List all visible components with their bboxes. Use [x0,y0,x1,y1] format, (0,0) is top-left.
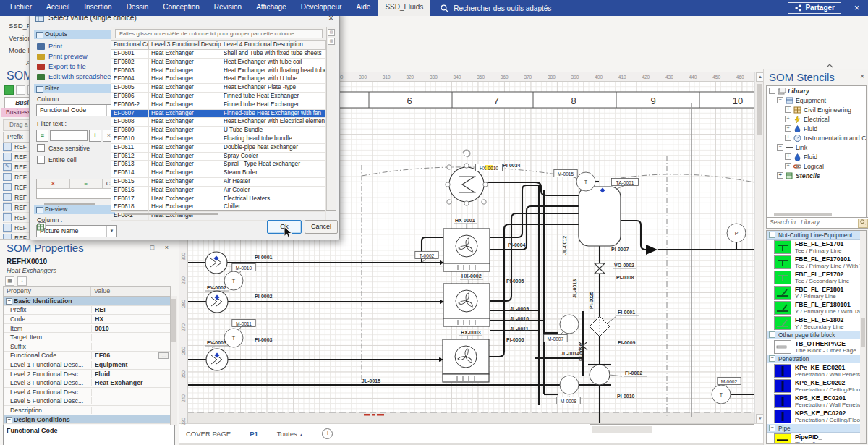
value-column-header[interactable]: Value [91,287,113,296]
table-row[interactable]: EF0613Heat ExchangerSpiral - Type Heat e… [111,161,326,169]
filter-table-column-1[interactable]: ≡ [70,179,103,188]
page-tab-cover-page[interactable]: COVER PAGE [186,430,231,438]
selection-handle[interactable] [447,200,451,204]
pipe-label[interactable]: PI-0009 [618,340,636,345]
property-section-header[interactable]: −Design Conditions [4,415,170,425]
valve-vo-0002[interactable] [595,263,605,274]
case-sensitive-checkbox[interactable]: Case sensitive [37,144,90,152]
ribbon-tab-ssd_fluids[interactable]: SSD_Fluids [378,0,430,16]
ribbon-tab-insertion[interactable]: Insertion [77,0,119,16]
sort-az-icon[interactable]: ↓ [17,276,27,286]
property-row[interactable]: Functional CodeEF06... [4,352,170,361]
pipe-label[interactable]: HX-0001 [455,218,475,223]
pipe-label[interactable]: PI-0026 [579,343,584,361]
stencil-item[interactable]: TB_OTHERPAGETitle Block - Other Page [767,339,866,355]
table-row[interactable]: EF0609Heat ExchangerU Tube Bundle [111,127,326,135]
table-row[interactable]: EF0608Heat ExchangerHeat Exchanger with … [111,118,326,127]
output-edit-with-spreadsheet-link[interactable]: Edit with spreadsheet [37,72,113,82]
pipe-label[interactable]: PI-0003 [255,337,273,342]
output-export-to-file-link[interactable]: Export to file [37,62,86,72]
table-row[interactable]: EF0616Heat ExchangerAir Cooler [111,187,326,195]
property-row[interactable]: Level 4 Functional Desc... [4,388,170,397]
pipe-label[interactable]: PI-0001 [255,255,273,260]
tree-item-library[interactable]: −Library [767,86,866,96]
pipe-label[interactable]: JL-0013 [572,279,577,298]
selection-handle[interactable] [464,164,469,168]
pipe-label[interactable]: JL-0009 [510,306,529,311]
som-tool-icon-1[interactable] [16,85,25,95]
outputs-section-header[interactable]: Outputs [34,30,115,39]
stencil-search-icon[interactable] [858,219,868,228]
ribbon-tab-fichier[interactable]: Fichier [3,0,39,16]
selection-handle[interactable] [446,182,450,187]
properties-scrollbar[interactable] [171,296,177,426]
ribbon-tab-révision[interactable]: Révision [207,0,249,16]
tree-horizontal-scrollbar[interactable] [774,213,832,216]
table-row[interactable]: EF0605Heat ExchangerHeat Exchanger Plate… [111,84,326,93]
stencil-group-penetration[interactable]: −Penetration [767,355,866,363]
selection-handle[interactable] [483,182,488,187]
property-row[interactable]: Level 5 Functional Desc... [4,397,170,407]
pipe-label[interactable]: PI-0006 [506,337,524,342]
tree-item-instrumentation-and-control[interactable]: +Instrumentation and Control [767,133,866,143]
pipe-label[interactable]: PI-0004 [508,242,526,247]
stencil-item[interactable]: KPe_KE_EC0201Penetration / Wall Penetrat… [767,363,866,378]
pipe-label[interactable]: JL-0015 [362,378,380,383]
stencil-item[interactable]: FBE_FL_EF1701Tee / Primary Line [767,240,866,255]
table-row[interactable]: EF0604Heat ExchangerHeat Exchanger with … [111,75,326,84]
table-row[interactable]: EF0610Heat ExchangerFloating head tube b… [111,135,326,144]
stencil-item[interactable]: FBE_FL_EF1802Y / Secondary Line [767,315,866,331]
tree-expand-icon[interactable]: − [777,97,783,103]
horizontal-scroll-thumb[interactable] [592,426,652,433]
tree-expand-icon[interactable]: − [777,144,783,151]
output-print-preview-link[interactable]: Print preview [37,51,88,62]
categorize-icon[interactable]: ▦ [5,276,14,286]
filter-section-header[interactable]: Filter [34,84,115,93]
vertical-scroll-thumb[interactable] [757,84,762,135]
group-collapse-icon[interactable]: − [769,331,775,338]
ribbon-tab-dessin[interactable]: Dessin [119,0,156,16]
stencil-group-pipe[interactable]: −Pipe [767,424,866,433]
stencil-item[interactable]: KPe_KE_EC0202Penetration / Ceiling/Floor… [767,378,866,394]
selection-handle[interactable] [447,165,451,169]
table-row[interactable]: EF0606-2Heat ExchangerFinned tube Heat E… [111,101,326,110]
grid-tool-icon-2[interactable]: ▥ [328,38,335,45]
table-row[interactable]: EF0601Heat ExchangerShell and Tube with … [111,50,326,59]
canvas-horizontal-scrollbar[interactable] [590,424,754,436]
ribbon-tab-développeur[interactable]: Développeur [294,0,349,16]
ribbon-tab-accueil[interactable]: Accueil [39,0,77,16]
checkbox-icon[interactable] [37,144,45,152]
pipe-label[interactable]: PI-0034 [503,163,521,168]
tree-expand-icon[interactable]: + [785,106,791,113]
collapse-icon[interactable]: − [6,417,12,423]
add-page-button[interactable]: + [322,428,333,439]
pipe-label[interactable]: JL-0014 [561,351,579,356]
selection-handle[interactable] [464,201,469,205]
instrument-bubble[interactable] [560,376,579,394]
table-row[interactable]: EF0612Heat ExchangerSpray Cooler [111,153,326,161]
output-print-link[interactable]: Print [37,41,62,51]
window-close-button[interactable]: × [851,3,862,13]
stencil-item[interactable]: FBE_FL_EF170101Tee / Primary Line / With… [767,255,866,270]
tree-expand-icon[interactable]: + [785,163,791,169]
grid-tool-icon-1[interactable]: ▤ [328,29,335,36]
group-collapse-icon[interactable]: − [769,425,775,431]
property-row[interactable]: PrefixREF [4,306,170,315]
entire-cell-checkbox[interactable]: Entire cell [37,156,77,164]
table-row[interactable]: EF0618Heat ExchangerChiller [111,203,326,212]
som-properties-window-buttons[interactable]: □ × [150,244,173,251]
filter-equals-button[interactable]: ≡ [36,130,48,142]
tree-item-electrical[interactable]: +Electrical [767,114,866,124]
pipe-label[interactable]: VO-0002 [614,263,634,268]
som-refresh-icon[interactable] [4,85,14,95]
tree-expand-icon[interactable]: + [785,135,791,141]
table-row[interactable]: EF0606Heat ExchangerFinned tube Heat Exc… [111,93,326,101]
table-row[interactable]: EF0603Heat ExchangerHeat Exchanger with … [111,67,326,76]
tree-item-equipment[interactable]: −Equipment [767,96,866,105]
ribbon-collapse-button[interactable] [826,62,833,69]
filter-table-column-0[interactable]: × [37,179,70,188]
tank-ta-0001[interactable] [579,187,621,246]
ribbon-search[interactable]: Rechercher des outils adaptés [441,0,551,16]
property-row[interactable]: Suffix [4,342,170,352]
table-row[interactable]: EF0611Heat ExchangerDouble-pipe heat exc… [111,144,326,153]
